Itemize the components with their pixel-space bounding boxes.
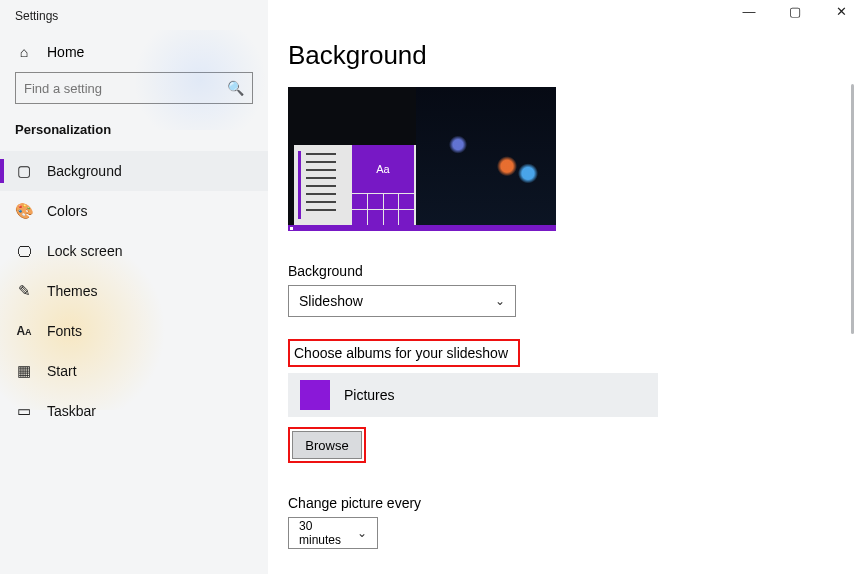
sidebar-item-start[interactable]: ▦ Start — [0, 351, 268, 391]
background-dropdown-value: Slideshow — [299, 293, 363, 309]
background-label: Background — [288, 263, 857, 279]
close-button[interactable]: ✕ — [831, 4, 851, 19]
sidebar-item-themes[interactable]: ✎ Themes — [0, 271, 268, 311]
preview-taskbar — [288, 225, 556, 231]
change-picture-dropdown[interactable]: 30 minutes ⌄ — [288, 517, 378, 549]
sidebar-item-label: Start — [47, 363, 77, 379]
sidebar-item-background[interactable]: ▢ Background — [0, 151, 268, 191]
image-icon: ▢ — [15, 162, 33, 180]
desktop-preview: Aa — [288, 87, 556, 231]
preview-wallpaper — [416, 87, 556, 231]
search-input[interactable] — [24, 81, 227, 96]
maximize-button[interactable]: ▢ — [785, 4, 805, 19]
preview-tiles: Aa — [352, 145, 414, 225]
grid-icon: ▦ — [15, 362, 33, 380]
window-title: Settings — [0, 0, 268, 32]
minimize-button[interactable]: — — [739, 4, 759, 19]
content-area: — ▢ ✕ Background Aa — [268, 0, 857, 574]
browse-button[interactable]: Browse — [292, 431, 362, 459]
pencil-icon: ✎ — [15, 282, 33, 300]
sidebar-item-label: Themes — [47, 283, 98, 299]
browse-highlight: Browse — [288, 427, 366, 463]
chevron-down-icon: ⌄ — [495, 294, 505, 308]
sidebar-item-label: Colors — [47, 203, 87, 219]
album-thumbnail — [300, 380, 330, 410]
sidebar-item-label: Fonts — [47, 323, 82, 339]
search-icon: 🔍 — [227, 80, 244, 96]
sidebar-item-taskbar[interactable]: ▭ Taskbar — [0, 391, 268, 431]
sidebar-item-colors[interactable]: 🎨 Colors — [0, 191, 268, 231]
sidebar-item-fonts[interactable]: AA Fonts — [0, 311, 268, 351]
album-name: Pictures — [344, 387, 395, 403]
search-box[interactable]: 🔍 — [15, 72, 253, 104]
palette-icon: 🎨 — [15, 202, 33, 220]
nav-home-label: Home — [47, 44, 84, 60]
sidebar-item-label: Lock screen — [47, 243, 122, 259]
change-picture-value: 30 minutes — [299, 519, 357, 547]
monitor-icon: 🖵 — [15, 243, 33, 260]
choose-albums-label: Choose albums for your slideshow — [288, 339, 520, 367]
category-title: Personalization — [0, 114, 268, 145]
content-scrollbar[interactable] — [851, 84, 854, 334]
change-picture-label: Change picture every — [288, 495, 857, 511]
sidebar-item-label: Taskbar — [47, 403, 96, 419]
taskbar-icon: ▭ — [15, 402, 33, 420]
page-title: Background — [288, 40, 857, 71]
sidebar: Settings ⌂ Home 🔍 Personalization ▢ Back… — [0, 0, 268, 574]
chevron-down-icon: ⌄ — [357, 526, 367, 540]
background-dropdown[interactable]: Slideshow ⌄ — [288, 285, 516, 317]
sidebar-item-label: Background — [47, 163, 122, 179]
album-item[interactable]: Pictures — [288, 373, 658, 417]
font-icon: AA — [15, 324, 33, 338]
window-controls: — ▢ ✕ — [739, 4, 851, 19]
sidebar-item-lock-screen[interactable]: 🖵 Lock screen — [0, 231, 268, 271]
preview-sample-text: Aa — [352, 145, 414, 193]
nav-home[interactable]: ⌂ Home — [0, 32, 268, 72]
home-icon: ⌂ — [15, 44, 33, 60]
